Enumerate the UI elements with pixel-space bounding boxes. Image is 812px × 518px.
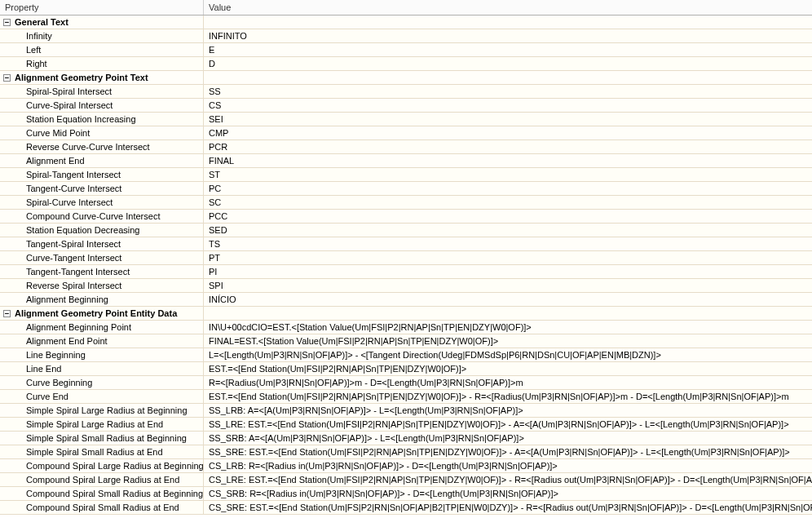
property-name-cell: Reverse Spiral Intersect: [0, 279, 204, 292]
property-value-cell[interactable]: R=<[Radius(Um|P3|RN|Sn|OF|AP)]>m - D=<[L…: [204, 376, 812, 389]
group-header[interactable]: −Alignment Geometry Point Text: [0, 71, 812, 85]
property-name-cell: Infinity: [0, 29, 204, 42]
property-row[interactable]: Alignment BeginningINÍCIO: [0, 293, 812, 307]
table-header: Property Value: [0, 0, 812, 15]
property-row[interactable]: Line BeginningL=<[Length(Um|P3|RN|Sn|OF|…: [0, 348, 812, 362]
property-value-cell[interactable]: D: [204, 57, 812, 70]
property-row[interactable]: Curve Mid PointCMP: [0, 126, 812, 140]
property-value-cell[interactable]: SPI: [204, 279, 812, 292]
property-row[interactable]: Station Equation DecreasingSED: [0, 224, 812, 237]
property-row[interactable]: Tangent-Curve IntersectPC: [0, 182, 812, 196]
col-header-value[interactable]: Value: [204, 0, 812, 15]
property-value-cell[interactable]: CS_SRE: EST.=<[End Station(Um|FS|P2|RN|S…: [204, 501, 812, 514]
property-row[interactable]: Alignment Beginning PointIN\U+00cdCIO=ES…: [0, 321, 812, 334]
property-value-cell[interactable]: SS_SRE: EST.=<[End Station(Um|FSI|P2|RN|…: [204, 445, 812, 458]
property-row[interactable]: Line EndEST.=<[End Station(Um|FSI|P2|RN|…: [0, 362, 812, 376]
property-value-cell[interactable]: INÍCIO: [204, 293, 812, 306]
property-name-cell: Tangent-Tangent Intersect: [0, 265, 204, 278]
property-value-cell[interactable]: TS: [204, 237, 812, 250]
property-value-cell[interactable]: SEI: [204, 113, 812, 126]
property-value-cell[interactable]: PCC: [204, 210, 812, 223]
property-row[interactable]: Tangent-Spiral IntersectTS: [0, 237, 812, 251]
property-value-cell[interactable]: PI: [204, 265, 812, 278]
property-row[interactable]: Alignment End PointFINAL=EST.<[Station V…: [0, 334, 812, 348]
property-name-cell: Reverse Curve-Curve Intersect: [0, 140, 204, 153]
property-row[interactable]: Tangent-Tangent IntersectPI: [0, 265, 812, 279]
property-name-cell: Simple Spiral Large Radius at End: [0, 418, 204, 431]
property-value-cell[interactable]: SS_SRB: A=<[A(Um|P3|RN|Sn|OF|AP)]> - L=<…: [204, 432, 812, 445]
property-row[interactable]: Compound Spiral Large Radius at EndCS_LR…: [0, 473, 812, 487]
property-value-cell[interactable]: E: [204, 43, 812, 56]
property-name-cell: Curve-Tangent Intersect: [0, 251, 204, 264]
property-value-cell[interactable]: CS: [204, 99, 812, 112]
property-value-cell[interactable]: EST.=<[End Station(Um|FSI|P2|RN|AP|Sn|TP…: [204, 362, 812, 375]
expander-icon[interactable]: −: [3, 74, 11, 82]
group-header[interactable]: −Alignment Geometry Point Entity Data: [0, 307, 812, 321]
property-row[interactable]: Simple Spiral Small Radius at EndSS_SRE:…: [0, 445, 812, 459]
property-value-cell[interactable]: CS_LRB: R=<[Radius in(Um|P3|RN|Sn|OF|AP)…: [204, 459, 812, 472]
group-title: General Text: [15, 16, 68, 29]
property-row[interactable]: Alignment EndFINAL: [0, 154, 812, 168]
property-grid-body: −General TextInfinityINFINITOLeftERightD…: [0, 15, 812, 515]
property-value-cell[interactable]: SS_LRE: EST.=<[End Station(Um|FSI|P2|RN|…: [204, 418, 812, 431]
property-value-cell[interactable]: PT: [204, 251, 812, 264]
property-value-cell[interactable]: FINAL=EST.<[Station Value(Um|FSI|P2|RN|A…: [204, 334, 812, 348]
property-row[interactable]: Compound Spiral Large Radius at Beginnin…: [0, 459, 812, 473]
property-value-cell[interactable]: IN\U+00cdCIO=EST.<[Station Value(Um|FSI|…: [204, 321, 812, 334]
property-row[interactable]: Compound Spiral Small Radius at Beginnin…: [0, 487, 812, 501]
property-name-cell: Right: [0, 57, 204, 70]
property-row[interactable]: Reverse Spiral IntersectSPI: [0, 279, 812, 293]
property-value-cell[interactable]: SS_LRB: A=<[A(Um|P3|RN|Sn|OF|AP)]> - L=<…: [204, 404, 812, 417]
property-value-cell[interactable]: CMP: [204, 126, 812, 139]
property-name-cell: Alignment Beginning: [0, 293, 204, 306]
property-row[interactable]: Simple Spiral Small Radius at BeginningS…: [0, 432, 812, 445]
property-row[interactable]: InfinityINFINITO: [0, 29, 812, 43]
property-row[interactable]: Curve-Spiral IntersectCS: [0, 99, 812, 113]
property-name-cell: Spiral-Curve Intersect: [0, 196, 204, 209]
property-value-cell[interactable]: FINAL: [204, 154, 812, 167]
property-row[interactable]: Curve EndEST.=<[End Station(Um|FSI|P2|RN…: [0, 390, 812, 404]
group-title: Alignment Geometry Point Entity Data: [15, 308, 177, 320]
property-name-cell: Spiral-Tangent Intersect: [0, 168, 204, 181]
property-row[interactable]: Compound Curve-Curve IntersectPCC: [0, 210, 812, 224]
expander-icon[interactable]: −: [3, 310, 11, 317]
property-row[interactable]: LeftE: [0, 43, 812, 57]
property-value-cell[interactable]: EST.=<[End Station(Um|FSI|P2|RN|AP|Sn|TP…: [204, 390, 812, 403]
property-row[interactable]: Compound Spiral Small Radius at EndCS_SR…: [0, 501, 812, 515]
property-row[interactable]: Curve BeginningR=<[Radius(Um|P3|RN|Sn|OF…: [0, 376, 812, 390]
group-title-cell[interactable]: −General Text: [0, 15, 204, 29]
property-row[interactable]: Simple Spiral Large Radius at BeginningS…: [0, 404, 812, 418]
property-name-cell: Simple Spiral Large Radius at Beginning: [0, 404, 204, 417]
property-name-cell: Curve Mid Point: [0, 126, 204, 139]
property-row[interactable]: Spiral-Spiral IntersectSS: [0, 85, 812, 99]
property-name-cell: Left: [0, 43, 204, 56]
property-value-cell[interactable]: ST: [204, 168, 812, 181]
property-name-cell: Spiral-Spiral Intersect: [0, 85, 204, 98]
property-value-cell[interactable]: SS: [204, 85, 812, 98]
property-value-cell[interactable]: L=<[Length(Um|P3|RN|Sn|OF|AP)]> - <[Tang…: [204, 348, 812, 361]
property-row[interactable]: RightD: [0, 57, 812, 71]
property-row[interactable]: Reverse Curve-Curve IntersectPCR: [0, 140, 812, 154]
property-name-cell: Compound Spiral Large Radius at End: [0, 473, 204, 486]
property-value-cell[interactable]: CS_SRB: R=<[Radius in(Um|P3|RN|Sn|OF|AP)…: [204, 487, 812, 500]
property-row[interactable]: Curve-Tangent IntersectPT: [0, 251, 812, 265]
property-value-cell[interactable]: PC: [204, 182, 812, 195]
col-header-property[interactable]: Property: [0, 0, 204, 15]
group-value-cell: [204, 71, 812, 84]
property-value-cell[interactable]: CS_LRE: EST.=<[End Station(Um|FSI|P2|RN|…: [204, 473, 812, 486]
property-row[interactable]: Spiral-Curve IntersectSC: [0, 196, 812, 210]
property-value-cell[interactable]: INFINITO: [204, 29, 812, 42]
property-name-cell: Compound Spiral Small Radius at Beginnin…: [0, 487, 204, 500]
property-name-cell: Line Beginning: [0, 348, 204, 361]
expander-icon[interactable]: −: [3, 19, 11, 26]
group-title-cell[interactable]: −Alignment Geometry Point Entity Data: [0, 307, 204, 320]
property-row[interactable]: Spiral-Tangent IntersectST: [0, 168, 812, 182]
property-value-cell[interactable]: SC: [204, 196, 812, 209]
property-row[interactable]: Station Equation IncreasingSEI: [0, 113, 812, 126]
property-value-cell[interactable]: PCR: [204, 140, 812, 153]
property-value-cell[interactable]: SED: [204, 224, 812, 237]
group-header[interactable]: −General Text: [0, 15, 812, 29]
group-title-cell[interactable]: −Alignment Geometry Point Text: [0, 71, 204, 84]
property-row[interactable]: Simple Spiral Large Radius at EndSS_LRE:…: [0, 418, 812, 432]
property-name-cell: Tangent-Spiral Intersect: [0, 237, 204, 250]
